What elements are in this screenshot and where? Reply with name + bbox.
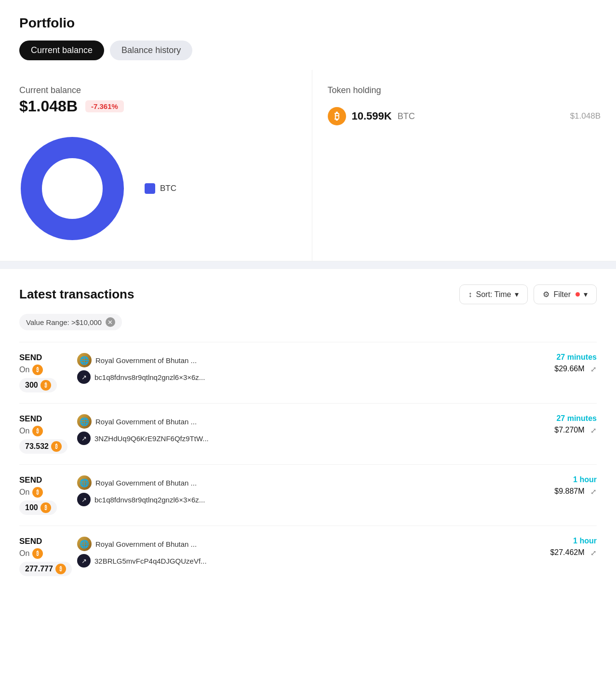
tx-amount-number: 73.532 bbox=[25, 442, 49, 451]
tx-on-label: On bbox=[19, 549, 29, 558]
transactions-title: Latest transactions bbox=[19, 287, 134, 302]
tx-time: 27 minutes bbox=[534, 353, 597, 362]
tx-from-row: 🌐 Royal Government of Bhutan ... bbox=[77, 475, 534, 490]
from-avatar: 🌐 bbox=[77, 475, 92, 490]
tx-amount-number: 300 bbox=[25, 381, 38, 390]
filter-chevron-icon: ▾ bbox=[584, 290, 588, 299]
btc-amount-icon: ₿ bbox=[51, 441, 62, 452]
filter-tag-remove-button[interactable]: ✕ bbox=[106, 317, 115, 327]
tx-on-label: On bbox=[19, 365, 29, 374]
tx-type-label: SEND bbox=[19, 475, 77, 485]
filter-label: Filter bbox=[553, 290, 571, 299]
current-balance-panel: Current balance $1.048B -7.361% BTC bbox=[0, 70, 312, 261]
tx-to-row: ↗ bc1q8fdnvs8r9qtlnq2gnzl6×3×6z... bbox=[77, 370, 534, 384]
token-row-btc: ₿ 10.599K BTC $1.048B bbox=[328, 107, 601, 125]
tx-usd-value: $29.66M bbox=[554, 365, 584, 373]
page-title: Portfolio bbox=[19, 15, 597, 31]
btc-amount-icon: ₿ bbox=[40, 380, 51, 391]
sort-chevron-icon: ▾ bbox=[515, 290, 519, 299]
tx-time: 1 hour bbox=[534, 537, 597, 545]
tx-arrow-icon: ↗ bbox=[77, 493, 91, 506]
transactions-section: Latest transactions ↕ Sort: Time ▾ ⚙ Fil… bbox=[0, 269, 616, 606]
token-amount: 10.599K bbox=[352, 110, 392, 122]
filter-tag-container: Value Range: >$10,000 ✕ bbox=[19, 314, 597, 342]
tx-amount-number: 100 bbox=[25, 503, 38, 512]
transactions-list: SEND On ₿ 300 ₿ 🌐 Royal bbox=[19, 342, 597, 587]
tx-right-col: 1 hour $9.887M ⤢ bbox=[534, 475, 597, 496]
table-row: SEND On ₿ 73.532 ₿ 🌐 Roy bbox=[19, 403, 597, 464]
tx-type-col: SEND On ₿ 277.777 ₿ bbox=[19, 537, 77, 576]
tx-usd-row: $7.270M ⤢ bbox=[534, 426, 597, 435]
tx-amount-row: 73.532 ₿ bbox=[19, 439, 77, 454]
close-icon: ✕ bbox=[107, 319, 113, 326]
tx-usd-value: $9.887M bbox=[554, 487, 584, 495]
tx-type-label: SEND bbox=[19, 353, 77, 363]
tx-right-col: 27 minutes $29.66M ⤢ bbox=[534, 353, 597, 374]
tx-usd-row: $27.462M ⤢ bbox=[534, 548, 597, 557]
tx-from-row: 🌐 Royal Government of Bhutan ... bbox=[77, 353, 534, 367]
tx-right-col: 27 minutes $7.270M ⤢ bbox=[534, 414, 597, 435]
sort-button[interactable]: ↕ Sort: Time ▾ bbox=[459, 284, 528, 304]
tx-from-to: 🌐 Royal Government of Bhutan ... ↗ bc1q8… bbox=[77, 353, 534, 384]
tab-balance-history[interactable]: Balance history bbox=[110, 41, 192, 60]
tx-amount-value: 100 ₿ bbox=[19, 500, 57, 515]
balance-row: $1.048B -7.361% bbox=[19, 97, 293, 115]
btc-network-icon: ₿ bbox=[32, 487, 43, 498]
tx-on-row: On ₿ bbox=[19, 365, 77, 375]
donut-chart bbox=[19, 135, 125, 242]
token-holding-panel: Token holding ₿ 10.599K BTC $1.048B bbox=[312, 70, 616, 261]
tx-type-col: SEND On ₿ 100 ₿ bbox=[19, 475, 77, 515]
btc-amount-icon: ₿ bbox=[40, 502, 51, 513]
tx-from-name: Royal Government of Bhutan ... bbox=[95, 418, 197, 426]
portfolio-page: Portfolio Current balance Balance histor… bbox=[0, 0, 616, 676]
external-link-icon[interactable]: ⤢ bbox=[590, 365, 597, 374]
tx-amount-value: 277.777 ₿ bbox=[19, 562, 72, 576]
from-avatar: 🌐 bbox=[77, 414, 92, 429]
tx-arrow-icon: ↗ bbox=[77, 432, 91, 445]
filter-button[interactable]: ⚙ Filter ▾ bbox=[534, 284, 597, 304]
btc-icon-large: ₿ bbox=[328, 107, 346, 125]
tx-from-name: Royal Government of Bhutan ... bbox=[95, 479, 197, 487]
header-actions: ↕ Sort: Time ▾ ⚙ Filter ▾ bbox=[459, 284, 597, 304]
tx-amount-row: 300 ₿ bbox=[19, 378, 77, 392]
legend-color-btc bbox=[145, 183, 155, 194]
tx-from-to: 🌐 Royal Government of Bhutan ... ↗ 32BRL… bbox=[77, 537, 534, 568]
section-divider bbox=[0, 261, 616, 269]
tx-from-name: Royal Government of Bhutan ... bbox=[95, 540, 197, 548]
filter-tag: Value Range: >$10,000 ✕ bbox=[19, 314, 122, 330]
tx-to-row: ↗ bc1q8fdnvs8r9qtlnq2gnzl6×3×6z... bbox=[77, 493, 534, 506]
svg-point-1 bbox=[51, 167, 94, 210]
donut-chart-area: BTC bbox=[19, 131, 293, 242]
tx-type-label: SEND bbox=[19, 537, 77, 546]
tx-on-row: On ₿ bbox=[19, 426, 77, 436]
tx-type-col: SEND On ₿ 73.532 ₿ bbox=[19, 414, 77, 454]
tx-type-col: SEND On ₿ 300 ₿ bbox=[19, 353, 77, 392]
tx-on-label: On bbox=[19, 488, 29, 497]
change-badge: -7.361% bbox=[85, 100, 124, 112]
external-link-icon[interactable]: ⤢ bbox=[590, 487, 597, 496]
token-holding-label: Token holding bbox=[328, 85, 601, 95]
tx-from-to: 🌐 Royal Government of Bhutan ... ↗ bc1q8… bbox=[77, 475, 534, 506]
from-avatar: 🌐 bbox=[77, 353, 92, 367]
tx-amount-number: 277.777 bbox=[25, 565, 53, 573]
btc-amount-icon: ₿ bbox=[55, 564, 66, 574]
tx-from-row: 🌐 Royal Government of Bhutan ... bbox=[77, 414, 534, 429]
table-row: SEND On ₿ 277.777 ₿ 🌐 Ro bbox=[19, 526, 597, 587]
filter-tag-text: Value Range: >$10,000 bbox=[26, 318, 102, 326]
filter-icon: ⚙ bbox=[543, 290, 549, 299]
sort-label: Sort: Time bbox=[476, 290, 511, 299]
btc-network-icon: ₿ bbox=[32, 426, 43, 436]
tx-arrow-icon: ↗ bbox=[77, 370, 91, 384]
tx-to-address: bc1q8fdnvs8r9qtlnq2gnzl6×3×6z... bbox=[94, 373, 205, 381]
tx-amount-row: 277.777 ₿ bbox=[19, 562, 77, 576]
from-avatar: 🌐 bbox=[77, 537, 92, 551]
transactions-header: Latest transactions ↕ Sort: Time ▾ ⚙ Fil… bbox=[19, 284, 597, 304]
table-row: SEND On ₿ 300 ₿ 🌐 Royal bbox=[19, 342, 597, 403]
filter-active-dot bbox=[576, 292, 580, 297]
tx-on-label: On bbox=[19, 427, 29, 435]
tx-amount-row: 100 ₿ bbox=[19, 500, 77, 515]
external-link-icon[interactable]: ⤢ bbox=[590, 426, 597, 435]
tab-current-balance[interactable]: Current balance bbox=[19, 41, 104, 60]
external-link-icon[interactable]: ⤢ bbox=[590, 549, 597, 557]
tx-to-row: ↗ 32BRLG5mvFcP4q4DJGQUzeVf... bbox=[77, 554, 534, 568]
